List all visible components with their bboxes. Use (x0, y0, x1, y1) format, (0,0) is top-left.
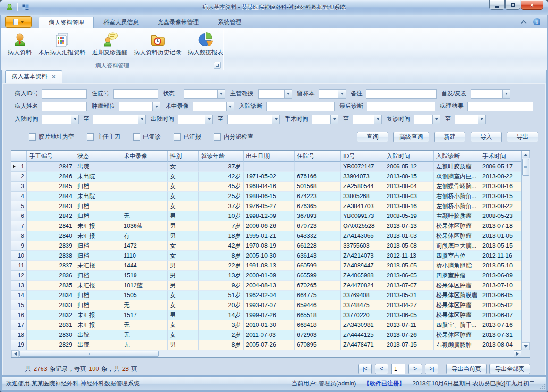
combo-box[interactable] (178, 115, 213, 124)
table-row[interactable]: 12847出院女37岁YB00721472006-05-12左额叶胶质瘤2006… (11, 162, 521, 172)
close-button[interactable]: × (521, 0, 543, 10)
export-current-page-button[interactable]: 导出当前页 (446, 364, 487, 374)
row-header[interactable]: 12 (11, 271, 27, 281)
text-input[interactable] (467, 102, 533, 111)
ribbon-tab[interactable]: 光盘录像带管理 (148, 17, 209, 28)
text-input[interactable] (42, 102, 87, 111)
page-input[interactable] (391, 364, 405, 374)
combo-arrow-button[interactable] (226, 102, 234, 111)
vertical-scrollbar[interactable] (521, 151, 530, 350)
table-row[interactable]: 22846未出院女42岁1971-05-02676166339040732013… (11, 172, 521, 182)
last-page-button[interactable]: >| (425, 364, 438, 374)
column-header[interactable]: 入院诊断 (434, 151, 480, 162)
row-header[interactable]: 3 (11, 182, 27, 192)
ribbon-button[interactable]: 术后病人汇报资料 (35, 30, 89, 58)
scroll-left-button[interactable] (11, 350, 19, 357)
combo-arrow-button[interactable] (152, 102, 160, 111)
row-header[interactable]: 2 (11, 172, 27, 182)
scroll-down-button[interactable] (522, 342, 530, 350)
combo-arrow-button[interactable] (330, 115, 338, 124)
table-row[interactable]: 142834归档1505女51岁1962-02-0466477533769408… (11, 291, 521, 300)
text-input[interactable] (266, 102, 335, 111)
filter-checkbox[interactable]: 内分泌检查 (214, 133, 253, 141)
combo-arrow-button[interactable] (71, 115, 78, 124)
row-header[interactable]: 18 (11, 330, 27, 340)
advanced-search-button[interactable]: 高级查询 (393, 132, 429, 142)
combo-arrow-button[interactable] (338, 90, 346, 98)
horizontal-scrollbar-thumb[interactable] (19, 351, 159, 357)
tab-close-icon[interactable]: × (52, 74, 56, 80)
ribbon-tab[interactable]: 系统管理 (209, 17, 251, 28)
prev-page-button[interactable]: < (375, 364, 388, 374)
column-header[interactable]: 出生日期 (244, 151, 295, 162)
row-header[interactable]: 15 (11, 300, 27, 310)
combo-arrow-button[interactable] (374, 115, 381, 124)
import-button[interactable]: 导入 (471, 132, 502, 142)
column-header[interactable]: 状态 (75, 151, 121, 162)
combo-box[interactable] (353, 115, 382, 124)
filter-checkbox[interactable]: 胶片地址为空 (29, 133, 74, 141)
table-row[interactable]: 32845归档女45岁1968-04-16501568ZA25805442013… (11, 182, 521, 192)
horizontal-scrollbar[interactable] (11, 350, 521, 357)
table-row[interactable]: 162832未汇报1517男14岁1999-07-266655183377022… (11, 310, 521, 320)
combo-arrow-button[interactable] (217, 90, 225, 98)
table-row[interactable]: 52843归档女37岁1976-05-27676365ZA38417032013… (11, 201, 521, 211)
row-header[interactable]: 9 (11, 241, 27, 251)
column-header[interactable]: 术中录像 (121, 151, 168, 162)
ribbon-button[interactable]: 近期复诊提醒 (89, 30, 131, 58)
row-header[interactable]: 16 (11, 310, 27, 320)
column-header[interactable]: 手工编号 (27, 151, 75, 162)
text-input[interactable] (367, 102, 435, 111)
combo-box[interactable] (93, 115, 146, 124)
table-row[interactable]: 92839归档1472女42岁1970-08-19661228337556032… (11, 241, 521, 251)
table-row[interactable]: 182830出院无女2岁2011-07-03672903ZA4444125201… (11, 330, 521, 340)
export-button[interactable]: 导出 (507, 132, 538, 142)
combo-box[interactable] (319, 89, 346, 99)
combo-box[interactable] (312, 115, 338, 124)
combo-box[interactable] (184, 89, 225, 99)
column-header[interactable]: 入院时间 (384, 151, 434, 162)
combo-box[interactable] (42, 115, 79, 124)
first-page-button[interactable]: |< (358, 364, 372, 374)
column-header[interactable]: 手术时间 (480, 151, 521, 162)
ribbon-button[interactable]: 病人资料 (5, 30, 35, 58)
ribbon-button[interactable]: 病人资料历史记录 (131, 30, 185, 58)
combo-arrow-button[interactable] (284, 90, 292, 98)
row-header[interactable]: 19 (11, 340, 27, 350)
table-row[interactable]: 192829出院无男8岁2005-07-26670895ZA4478471201… (11, 340, 521, 350)
status-registered-link[interactable]: 【软件已注册】 (363, 377, 405, 390)
combo-arrow-button[interactable] (205, 115, 212, 124)
table-row[interactable]: 112837未汇报1444男22岁1991-08-13660599ZA40894… (11, 261, 521, 271)
row-header[interactable]: 8 (11, 231, 27, 241)
combo-box[interactable] (193, 102, 234, 111)
row-header[interactable]: 10 (11, 251, 27, 261)
filter-checkbox[interactable]: 主任主刀 (87, 133, 120, 141)
table-row[interactable]: 102838归档1110女8岁2005-10-30636143ZA4214073… (11, 251, 521, 261)
combo-box[interactable] (455, 115, 486, 124)
column-header[interactable]: ID号 (341, 151, 384, 162)
minimize-button[interactable] (489, 0, 505, 10)
ribbon-collapse-icon[interactable] (521, 20, 527, 26)
row-header[interactable]: 6 (11, 211, 27, 221)
column-header[interactable]: 住院号 (295, 151, 341, 162)
text-input[interactable] (366, 89, 437, 99)
row-header[interactable]: 4 (11, 192, 27, 201)
vertical-scrollbar-thumb[interactable] (522, 159, 529, 176)
column-header[interactable]: 性别 (168, 151, 199, 162)
combo-arrow-button[interactable] (138, 115, 145, 124)
text-input[interactable] (42, 89, 87, 99)
row-header[interactable]: 13 (11, 281, 27, 291)
combo-box[interactable] (227, 115, 280, 124)
ribbon-tab[interactable]: 病人资料管理 (39, 17, 94, 29)
filter-checkbox[interactable]: 已汇报 (174, 133, 202, 141)
table-row[interactable]: 172831未汇报无女3岁2010-01-30668418ZA343098120… (11, 320, 521, 330)
dialog-launcher-icon[interactable] (214, 62, 221, 69)
info-icon[interactable] (533, 18, 540, 25)
combo-arrow-button[interactable] (432, 115, 440, 124)
row-header[interactable]: 14 (11, 291, 27, 300)
combo-box[interactable] (471, 89, 510, 99)
row-header[interactable]: 17 (11, 320, 27, 330)
table-row[interactable]: 82840未汇报有男18岁1995-01-21643332ZA414306620… (11, 231, 521, 241)
table-row[interactable]: 62842归档无男10岁1998-12-09367893YB0099173200… (11, 211, 521, 221)
app-menu-button[interactable] (5, 16, 32, 28)
